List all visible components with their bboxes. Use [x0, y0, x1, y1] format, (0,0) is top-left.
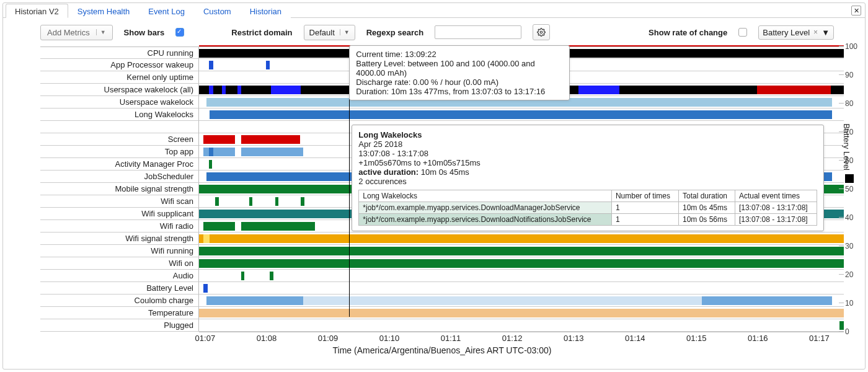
row-label: Plugged: [40, 319, 199, 332]
y-axis-label: Battery Level: [842, 123, 851, 170]
toolbar: Add Metrics ▼ Show bars Restrict domain …: [3, 18, 865, 44]
bar-segment[interactable]: [266, 61, 270, 69]
row-label: JobScheduler: [40, 170, 199, 183]
bar-segment[interactable]: [203, 234, 209, 243]
bar-segment[interactable]: [241, 135, 301, 144]
table-cell: 10m 0s 56ms: [678, 214, 735, 226]
bar-segment[interactable]: [241, 222, 316, 231]
app-frame: ✕ Historian V2System HealthEvent LogCust…: [2, 2, 866, 370]
add-metrics-button[interactable]: Add Metrics ▼: [40, 25, 113, 40]
bar-segment[interactable]: [209, 86, 213, 94]
bar-segment[interactable]: [209, 61, 213, 69]
bar-segment[interactable]: [241, 272, 244, 280]
bar-segment[interactable]: [199, 309, 844, 317]
series-selector[interactable]: Battery Level × ▼: [758, 25, 834, 40]
tooltip-title: Long Wakelocks: [358, 130, 422, 140]
bar-segment[interactable]: [209, 148, 213, 156]
x-tick: 01:16: [748, 334, 768, 343]
bar-segment[interactable]: [270, 272, 273, 280]
bar-segment[interactable]: [578, 86, 620, 94]
bar-segment[interactable]: [199, 259, 844, 268]
bar-segment[interactable]: [203, 222, 235, 231]
y-axis: 1009080706050403020100: [845, 46, 861, 332]
bar-segment[interactable]: [275, 197, 278, 206]
chevron-down-icon: ▼: [96, 29, 106, 35]
wakelock-table: Long WakelocksNumber of timesTotal durat…: [358, 190, 817, 226]
x-tick: 01:14: [625, 334, 645, 343]
x-tick: 01:15: [686, 334, 707, 343]
timeline-row: Temperature: [40, 307, 844, 319]
tab-event-log[interactable]: Event Log: [139, 4, 194, 18]
bar-segment[interactable]: [249, 197, 252, 206]
show-rate-checkbox[interactable]: [738, 28, 747, 37]
bar-segment[interactable]: [209, 160, 212, 169]
bar-segment[interactable]: [203, 135, 235, 144]
restrict-domain-select[interactable]: Default ▼: [304, 25, 355, 40]
bar-segment[interactable]: [271, 86, 301, 94]
settings-button[interactable]: [533, 24, 550, 40]
x-tick: 01:07: [195, 334, 216, 343]
restrict-domain-value: Default: [309, 28, 335, 37]
y-tick: 100: [845, 42, 857, 51]
gear-icon: [537, 28, 546, 37]
tab-historian-v2[interactable]: Historian V2: [6, 4, 68, 18]
bar-segment[interactable]: [702, 296, 832, 305]
bar-segment[interactable]: [757, 86, 831, 94]
tab-bar: Historian V2System HealthEvent LogCustom…: [3, 3, 865, 18]
timeline-row: Long Wakelocks: [40, 108, 844, 121]
row-label: Kernel only uptime: [40, 71, 199, 84]
bar-segment[interactable]: [203, 284, 207, 293]
tooltip-line: Apr 25 2018: [358, 140, 817, 149]
table-cell: 10m 0s 45ms: [678, 202, 735, 214]
y-tick: 0: [845, 327, 849, 336]
tab-system-health[interactable]: System Health: [68, 4, 140, 18]
timeline-row: Plugged: [40, 319, 844, 332]
tab-custom[interactable]: Custom: [194, 4, 241, 18]
timeline-chart[interactable]: CPU runningApp Processor wakeupKernel on…: [40, 46, 844, 344]
row-label: Temperature: [40, 307, 199, 319]
table-cell: [13:07:08 - 13:17:08]: [735, 214, 817, 226]
row-track[interactable]: [199, 319, 844, 332]
row-track[interactable]: [199, 232, 844, 245]
row-track[interactable]: [199, 257, 844, 270]
table-cell: 1: [611, 202, 678, 214]
cursor-tooltip: Current time: 13:09:22 Battery Level: be…: [349, 45, 570, 100]
timeline-row: Wifi signal strength: [40, 232, 844, 245]
legend-square: [845, 174, 854, 183]
bar-segment[interactable]: [215, 197, 219, 206]
bar-segment[interactable]: [241, 148, 304, 156]
bar-segment[interactable]: [210, 110, 833, 119]
tab-historian[interactable]: Historian: [241, 4, 291, 18]
show-bars-checkbox[interactable]: [175, 28, 184, 37]
tooltip-line: Current time: 13:09:22: [356, 50, 563, 59]
row-track[interactable]: [199, 307, 844, 319]
row-label: CPU running: [40, 47, 199, 59]
tooltip-line: 13:07:08 - 13:17:08: [358, 149, 817, 158]
restrict-domain-label: Restrict domain: [231, 28, 292, 37]
row-label: App Processor wakeup: [40, 59, 199, 71]
remove-tag-icon[interactable]: ×: [813, 28, 818, 37]
row-track[interactable]: [199, 245, 844, 257]
row-track[interactable]: [199, 282, 844, 294]
close-button[interactable]: ✕: [851, 6, 861, 16]
bar-segment[interactable]: [301, 197, 304, 206]
x-tick: 01:13: [564, 334, 584, 343]
bar-segment[interactable]: [839, 321, 844, 330]
bar-segment[interactable]: [199, 234, 844, 243]
bar-segment[interactable]: [222, 86, 225, 94]
wakelock-tooltip: Long Wakelocks Apr 25 2018 13:07:08 - 13…: [352, 125, 824, 231]
bar-segment[interactable]: [303, 296, 702, 305]
regexp-search-input[interactable]: [435, 25, 521, 39]
add-metrics-label: Add Metrics: [47, 28, 90, 37]
bar-segment[interactable]: [206, 296, 303, 305]
bar-segment[interactable]: [237, 86, 241, 94]
row-track[interactable]: [199, 270, 844, 282]
tooltip-line: 2 occurences: [358, 177, 817, 186]
row-track[interactable]: [199, 108, 844, 121]
table-header: Long Wakelocks: [359, 190, 612, 202]
table-row: *job*/com.example.myapp.services.Downloa…: [359, 202, 817, 214]
row-track[interactable]: [199, 294, 844, 307]
bar-segment[interactable]: [199, 247, 844, 255]
row-label: Wifi running: [40, 245, 199, 257]
row-label: Audio: [40, 270, 199, 282]
